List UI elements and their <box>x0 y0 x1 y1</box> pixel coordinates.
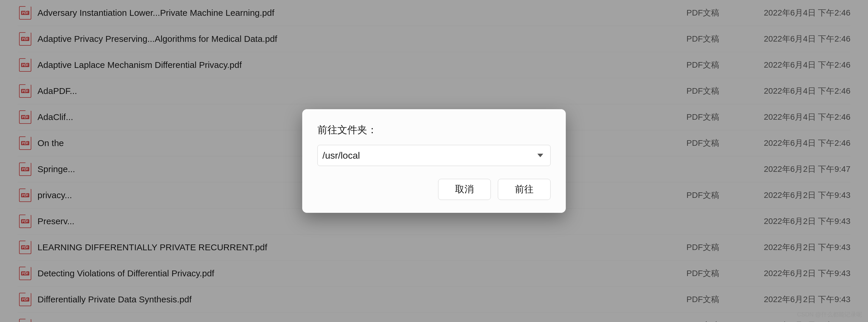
dialog-button-row: 取消 前往 <box>317 179 551 200</box>
path-input[interactable] <box>322 150 535 161</box>
chevron-down-icon <box>537 154 543 157</box>
dialog-overlay: 前往文件夹： 取消 前往 <box>0 0 868 322</box>
watermark: CSDN @什么都能记录呢 <box>797 311 862 319</box>
dialog-title: 前往文件夹： <box>317 123 551 137</box>
dropdown-button[interactable] <box>535 153 546 158</box>
go-button[interactable]: 前往 <box>498 179 551 200</box>
goto-folder-dialog: 前往文件夹： 取消 前往 <box>302 109 566 213</box>
path-input-row <box>317 145 551 166</box>
cancel-button[interactable]: 取消 <box>438 179 491 200</box>
